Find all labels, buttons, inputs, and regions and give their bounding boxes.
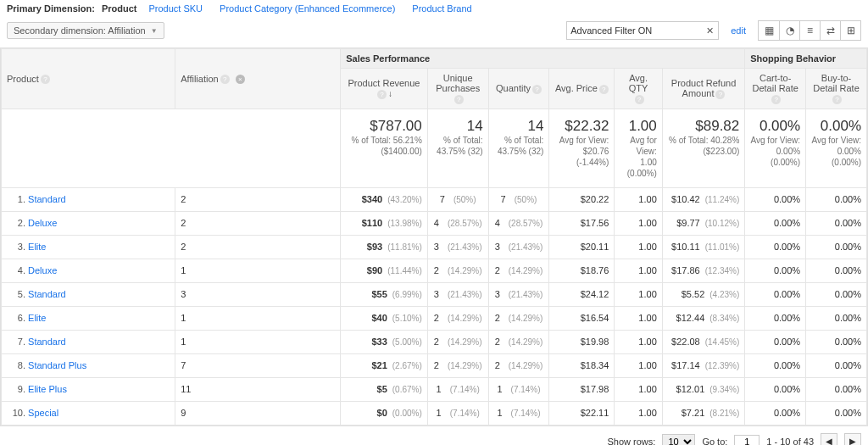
row-b2d: 0.00% [806,330,867,353]
help-icon[interactable]: ? [771,95,781,104]
product-link[interactable]: Elite [28,242,46,252]
col-b2d[interactable]: Buy-to-Detail Rate? [806,69,867,109]
help-icon[interactable]: ? [220,75,230,84]
row-c2d: 0.00% [745,306,806,330]
next-page-button[interactable]: ▶ [844,433,861,445]
table-row[interactable]: 6. Elite1$40(5.10%)2(14.29%)2(14.29%)$16… [2,306,867,330]
help-icon[interactable]: ? [832,95,842,104]
primary-dim-option[interactable]: Product SKU [148,3,203,14]
product-link[interactable]: Standard [28,194,66,204]
table-view-icon[interactable]: ▦ [759,21,779,40]
view-toggle: ▦ ◔ ≡ ⇄ ⊞ [758,20,861,41]
secondary-dim-dropdown[interactable]: Secondary dimension: Affiliation ▼ [7,22,164,39]
pivot-view-icon[interactable]: ⊞ [840,21,860,40]
secondary-dim-label: Secondary dimension: Affiliation [14,25,146,36]
col-unique-purchases[interactable]: Unique Purchases? [427,69,488,109]
product-link[interactable]: Deluxe [28,218,57,228]
row-avgq: 1.00 [615,187,662,211]
row-revenue: $5(0.67%) [341,377,428,401]
row-affiliation: 2 [175,211,341,235]
row-affiliation: 2 [175,235,341,259]
row-refund: $12.44(8.34%) [662,306,745,330]
product-link[interactable]: Standard [28,337,66,347]
advanced-filter-input[interactable] [567,25,701,36]
table-row[interactable]: 5. Standard3$55(6.99%)3(21.43%)3(21.43%)… [2,282,867,306]
row-b2d: 0.00% [806,353,867,377]
row-c2d: 0.00% [745,353,806,377]
col-avg-qty[interactable]: Avg. QTY? [615,69,662,109]
clear-filter-button[interactable]: ✕ [701,25,718,36]
help-icon[interactable]: ? [599,85,609,94]
row-b2d: 0.00% [806,235,867,259]
col-refund[interactable]: Product Refund Amount? [662,69,745,109]
control-row: Secondary dimension: Affiliation ▼ ✕ edi… [0,17,868,47]
help-icon[interactable]: ? [41,75,50,84]
range-label: 1 - 10 of 43 [766,437,814,445]
row-avgp: $24.12 [549,282,615,306]
row-up: 2(14.29%) [427,330,488,353]
row-product: 9. Elite Plus [2,377,175,401]
row-qty: 3(21.43%) [488,235,549,259]
pie-view-icon[interactable]: ◔ [779,21,799,40]
table-row[interactable]: 3. Elite2$93(11.81%)3(21.43%)3(21.43%)$2… [2,235,867,259]
help-icon[interactable]: ? [715,90,725,99]
row-c2d: 0.00% [745,282,806,306]
advanced-filter[interactable]: ✕ [566,21,719,40]
product-link[interactable]: Deluxe [28,265,57,275]
bar-view-icon[interactable]: ≡ [799,21,820,40]
help-icon[interactable]: ? [532,85,542,94]
product-link[interactable]: Special [28,408,58,418]
product-link[interactable]: Elite Plus [28,384,67,394]
row-avgp: $22.11 [549,401,615,425]
remove-icon[interactable]: × [236,75,245,84]
report-table: Product? Affiliation? × Sales Performanc… [1,48,867,426]
row-b2d: 0.00% [806,282,867,306]
product-link[interactable]: Standard Plus [28,360,86,370]
help-icon[interactable]: ? [377,90,387,99]
row-product: 3. Elite [2,235,175,259]
compare-view-icon[interactable]: ⇄ [820,21,840,40]
table-row[interactable]: 1. Standard2$340(43.20%)7(50%)7(50%)$20.… [2,187,867,211]
prev-page-button[interactable]: ◀ [821,433,837,445]
primary-dim-option[interactable]: Product Category (Enhanced Ecommerce) [220,3,395,14]
row-avgq: 1.00 [615,282,662,306]
row-up: 7(50%) [427,187,488,211]
row-refund: $17.86(12.34%) [662,259,745,282]
row-refund: $17.14(12.39%) [662,353,745,377]
row-revenue: $110(13.98%) [341,211,428,235]
edit-filter-link[interactable]: edit [731,25,746,36]
row-product: 2. Deluxe [2,211,175,235]
product-link[interactable]: Standard [28,289,66,299]
help-icon[interactable]: ? [454,95,464,104]
help-icon[interactable]: ? [635,95,644,104]
row-qty: 2(14.29%) [488,330,549,353]
row-c2d: 0.00% [745,235,806,259]
col-c2d[interactable]: Cart-to-Detail Rate? [745,69,806,109]
sort-desc-icon: ↓ [388,89,392,98]
row-revenue: $93(11.81%) [341,235,428,259]
row-avgq: 1.00 [615,330,662,353]
table-row[interactable]: 4. Deluxe1$90(11.44%)2(14.29%)2(14.29%)$… [2,259,867,282]
table-row[interactable]: 9. Elite Plus11$5(0.67%)1(7.14%)1(7.14%)… [2,377,867,401]
table-row[interactable]: 8. Standard Plus7$21(2.67%)2(14.29%)2(14… [2,353,867,377]
table-row[interactable]: 10. Special9$0(0.00%)1(7.14%)1(7.14%)$22… [2,401,867,425]
primary-dim-active[interactable]: Product [102,3,137,14]
col-quantity[interactable]: Quantity? [488,69,549,109]
goto-input[interactable] [734,435,760,445]
show-rows-select[interactable]: 10 [662,434,695,445]
primary-dim-option[interactable]: Product Brand [412,3,471,14]
table-row[interactable]: 7. Standard1$33(5.00%)2(14.29%)2(14.29%)… [2,330,867,353]
row-avgp: $18.34 [549,353,615,377]
row-up: 2(14.29%) [427,306,488,330]
col-revenue[interactable]: Product Revenue?↓ [341,69,428,109]
row-affiliation: 11 [175,377,341,401]
product-link[interactable]: Elite [28,313,46,323]
row-revenue: $340(43.20%) [341,187,428,211]
col-avg-price[interactable]: Avg. Price? [549,69,615,109]
row-b2d: 0.00% [806,401,867,425]
row-revenue: $33(5.00%) [341,330,428,353]
col-product[interactable]: Product? [2,49,175,109]
row-refund: $22.08(14.45%) [662,330,745,353]
col-affiliation[interactable]: Affiliation? × [175,49,341,109]
table-row[interactable]: 2. Deluxe2$110(13.98%)4(28.57%)4(28.57%)… [2,211,867,235]
